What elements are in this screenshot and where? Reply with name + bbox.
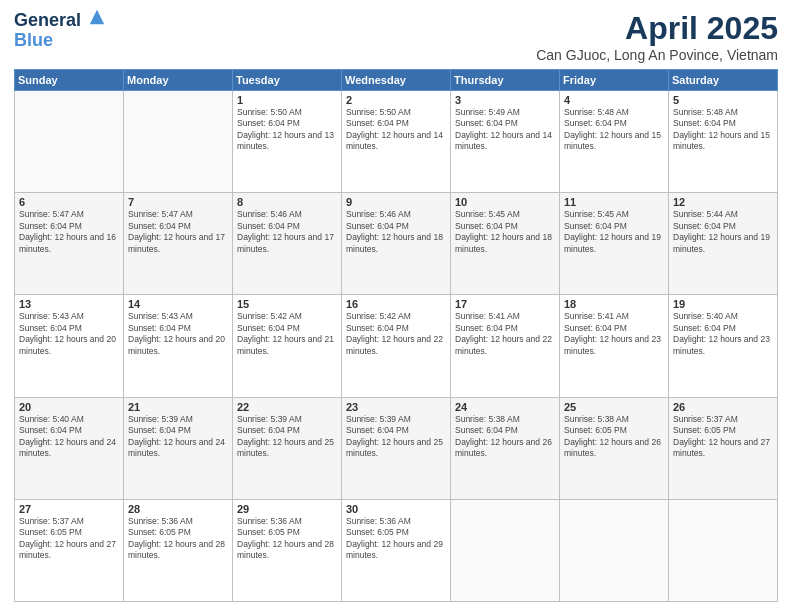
day-number: 30 (346, 503, 446, 515)
day-info: Sunrise: 5:50 AMSunset: 6:04 PMDaylight:… (237, 107, 337, 153)
week-row-4: 20Sunrise: 5:40 AMSunset: 6:04 PMDayligh… (15, 397, 778, 499)
week-row-5: 27Sunrise: 5:37 AMSunset: 6:05 PMDayligh… (15, 499, 778, 601)
calendar-cell: 12Sunrise: 5:44 AMSunset: 6:04 PMDayligh… (669, 193, 778, 295)
calendar-cell: 24Sunrise: 5:38 AMSunset: 6:04 PMDayligh… (451, 397, 560, 499)
day-number: 17 (455, 298, 555, 310)
day-info: Sunrise: 5:41 AMSunset: 6:04 PMDaylight:… (564, 311, 664, 357)
day-info: Sunrise: 5:38 AMSunset: 6:05 PMDaylight:… (564, 414, 664, 460)
calendar-title: April 2025 (536, 10, 778, 47)
page: General Blue April 2025 Can GJuoc, Long … (0, 0, 792, 612)
day-number: 11 (564, 196, 664, 208)
calendar-cell: 15Sunrise: 5:42 AMSunset: 6:04 PMDayligh… (233, 295, 342, 397)
logo-blue: Blue (14, 31, 106, 51)
day-number: 3 (455, 94, 555, 106)
day-number: 13 (19, 298, 119, 310)
day-number: 25 (564, 401, 664, 413)
calendar-cell: 8Sunrise: 5:46 AMSunset: 6:04 PMDaylight… (233, 193, 342, 295)
day-info: Sunrise: 5:42 AMSunset: 6:04 PMDaylight:… (346, 311, 446, 357)
day-number: 22 (237, 401, 337, 413)
day-info: Sunrise: 5:44 AMSunset: 6:04 PMDaylight:… (673, 209, 773, 255)
day-info: Sunrise: 5:36 AMSunset: 6:05 PMDaylight:… (346, 516, 446, 562)
day-info: Sunrise: 5:40 AMSunset: 6:04 PMDaylight:… (19, 414, 119, 460)
logo: General Blue (14, 10, 106, 51)
calendar-subtitle: Can GJuoc, Long An Povince, Vietnam (536, 47, 778, 63)
calendar-body: 1Sunrise: 5:50 AMSunset: 6:04 PMDaylight… (15, 91, 778, 602)
day-info: Sunrise: 5:48 AMSunset: 6:04 PMDaylight:… (673, 107, 773, 153)
day-info: Sunrise: 5:43 AMSunset: 6:04 PMDaylight:… (128, 311, 228, 357)
day-number: 27 (19, 503, 119, 515)
weekday-header-wednesday: Wednesday (342, 70, 451, 91)
day-number: 15 (237, 298, 337, 310)
day-info: Sunrise: 5:43 AMSunset: 6:04 PMDaylight:… (19, 311, 119, 357)
calendar-cell: 26Sunrise: 5:37 AMSunset: 6:05 PMDayligh… (669, 397, 778, 499)
day-number: 26 (673, 401, 773, 413)
header: General Blue April 2025 Can GJuoc, Long … (14, 10, 778, 63)
week-row-3: 13Sunrise: 5:43 AMSunset: 6:04 PMDayligh… (15, 295, 778, 397)
weekday-header-friday: Friday (560, 70, 669, 91)
weekday-header-tuesday: Tuesday (233, 70, 342, 91)
day-number: 7 (128, 196, 228, 208)
calendar-cell: 29Sunrise: 5:36 AMSunset: 6:05 PMDayligh… (233, 499, 342, 601)
day-number: 10 (455, 196, 555, 208)
calendar-cell: 11Sunrise: 5:45 AMSunset: 6:04 PMDayligh… (560, 193, 669, 295)
calendar-cell (15, 91, 124, 193)
calendar-cell: 16Sunrise: 5:42 AMSunset: 6:04 PMDayligh… (342, 295, 451, 397)
day-info: Sunrise: 5:46 AMSunset: 6:04 PMDaylight:… (237, 209, 337, 255)
weekday-header-sunday: Sunday (15, 70, 124, 91)
day-number: 20 (19, 401, 119, 413)
day-info: Sunrise: 5:42 AMSunset: 6:04 PMDaylight:… (237, 311, 337, 357)
calendar-cell: 25Sunrise: 5:38 AMSunset: 6:05 PMDayligh… (560, 397, 669, 499)
calendar-cell: 9Sunrise: 5:46 AMSunset: 6:04 PMDaylight… (342, 193, 451, 295)
day-number: 28 (128, 503, 228, 515)
day-info: Sunrise: 5:37 AMSunset: 6:05 PMDaylight:… (673, 414, 773, 460)
calendar-cell: 5Sunrise: 5:48 AMSunset: 6:04 PMDaylight… (669, 91, 778, 193)
weekday-header-thursday: Thursday (451, 70, 560, 91)
calendar-cell: 6Sunrise: 5:47 AMSunset: 6:04 PMDaylight… (15, 193, 124, 295)
weekday-header-saturday: Saturday (669, 70, 778, 91)
weekday-header-row: SundayMondayTuesdayWednesdayThursdayFrid… (15, 70, 778, 91)
calendar-cell: 28Sunrise: 5:36 AMSunset: 6:05 PMDayligh… (124, 499, 233, 601)
day-info: Sunrise: 5:48 AMSunset: 6:04 PMDaylight:… (564, 107, 664, 153)
day-info: Sunrise: 5:45 AMSunset: 6:04 PMDaylight:… (455, 209, 555, 255)
day-number: 5 (673, 94, 773, 106)
day-number: 29 (237, 503, 337, 515)
day-number: 16 (346, 298, 446, 310)
day-number: 9 (346, 196, 446, 208)
day-number: 24 (455, 401, 555, 413)
calendar-table: SundayMondayTuesdayWednesdayThursdayFrid… (14, 69, 778, 602)
title-area: April 2025 Can GJuoc, Long An Povince, V… (536, 10, 778, 63)
calendar-cell: 19Sunrise: 5:40 AMSunset: 6:04 PMDayligh… (669, 295, 778, 397)
calendar-cell: 4Sunrise: 5:48 AMSunset: 6:04 PMDaylight… (560, 91, 669, 193)
day-number: 4 (564, 94, 664, 106)
calendar-cell: 22Sunrise: 5:39 AMSunset: 6:04 PMDayligh… (233, 397, 342, 499)
day-info: Sunrise: 5:38 AMSunset: 6:04 PMDaylight:… (455, 414, 555, 460)
day-info: Sunrise: 5:47 AMSunset: 6:04 PMDaylight:… (128, 209, 228, 255)
day-number: 21 (128, 401, 228, 413)
calendar-cell: 14Sunrise: 5:43 AMSunset: 6:04 PMDayligh… (124, 295, 233, 397)
calendar-cell: 17Sunrise: 5:41 AMSunset: 6:04 PMDayligh… (451, 295, 560, 397)
calendar-cell: 27Sunrise: 5:37 AMSunset: 6:05 PMDayligh… (15, 499, 124, 601)
day-info: Sunrise: 5:39 AMSunset: 6:04 PMDaylight:… (237, 414, 337, 460)
day-info: Sunrise: 5:47 AMSunset: 6:04 PMDaylight:… (19, 209, 119, 255)
svg-marker-0 (90, 10, 104, 24)
calendar-cell: 3Sunrise: 5:49 AMSunset: 6:04 PMDaylight… (451, 91, 560, 193)
day-info: Sunrise: 5:39 AMSunset: 6:04 PMDaylight:… (346, 414, 446, 460)
day-info: Sunrise: 5:36 AMSunset: 6:05 PMDaylight:… (128, 516, 228, 562)
calendar-cell: 1Sunrise: 5:50 AMSunset: 6:04 PMDaylight… (233, 91, 342, 193)
day-number: 23 (346, 401, 446, 413)
calendar-cell: 20Sunrise: 5:40 AMSunset: 6:04 PMDayligh… (15, 397, 124, 499)
day-number: 14 (128, 298, 228, 310)
day-info: Sunrise: 5:50 AMSunset: 6:04 PMDaylight:… (346, 107, 446, 153)
calendar-cell: 23Sunrise: 5:39 AMSunset: 6:04 PMDayligh… (342, 397, 451, 499)
calendar-cell: 7Sunrise: 5:47 AMSunset: 6:04 PMDaylight… (124, 193, 233, 295)
week-row-2: 6Sunrise: 5:47 AMSunset: 6:04 PMDaylight… (15, 193, 778, 295)
logo-text: General Blue (14, 10, 106, 51)
calendar-cell: 13Sunrise: 5:43 AMSunset: 6:04 PMDayligh… (15, 295, 124, 397)
day-info: Sunrise: 5:45 AMSunset: 6:04 PMDaylight:… (564, 209, 664, 255)
calendar-cell: 30Sunrise: 5:36 AMSunset: 6:05 PMDayligh… (342, 499, 451, 601)
weekday-header-monday: Monday (124, 70, 233, 91)
day-info: Sunrise: 5:37 AMSunset: 6:05 PMDaylight:… (19, 516, 119, 562)
calendar-cell: 18Sunrise: 5:41 AMSunset: 6:04 PMDayligh… (560, 295, 669, 397)
day-info: Sunrise: 5:36 AMSunset: 6:05 PMDaylight:… (237, 516, 337, 562)
day-number: 1 (237, 94, 337, 106)
